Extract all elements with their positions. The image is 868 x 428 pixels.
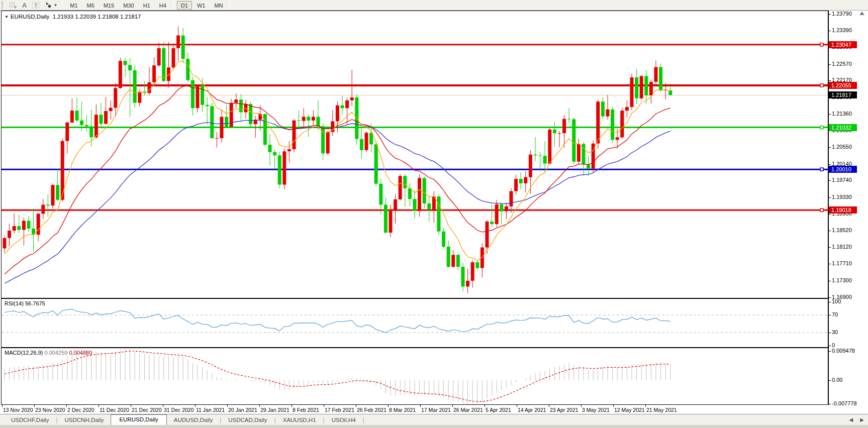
date-tick [292,405,292,407]
text-tool-icon[interactable]: T [29,1,42,10]
arrow-objects-tool-icon[interactable]: ▼ [42,1,60,10]
timeframe-mn-button[interactable]: MN [210,1,227,10]
date-tick [195,405,196,407]
timeframe-h1-button[interactable]: H1 [139,1,154,10]
chart-symbol: EURUSD,Daily [11,14,49,20]
timeframe-w1-button[interactable]: W1 [193,1,210,10]
date-label: 20 Jan 2021 [228,407,257,413]
toolbar-separator [230,1,230,9]
timeframe-m30-button[interactable]: M30 [119,1,138,10]
price-scale-axis[interactable]: 1.237901.233901.229801.225701.221701.217… [828,11,868,405]
tab-xauusd-h1[interactable]: XAUUSD,H1 [276,415,323,425]
axis-tick [829,302,831,302]
price-level-badge: 1.21032 [829,124,857,131]
date-tick [131,405,131,407]
tabs-scroll-right-arrow[interactable]: ▶ [860,417,864,422]
axis-tick [829,147,831,148]
macd-histogram [5,349,670,404]
axis-tick [829,380,831,381]
date-tick [452,405,453,407]
rsi-tick-label: 30 [832,329,838,335]
text-label-tool-icon[interactable]: A [20,1,29,10]
timeframe-m15-button[interactable]: M15 [100,1,118,10]
date-tick [163,405,163,407]
macd-signal-line [5,351,670,401]
candles-layer [3,27,672,293]
date-label: 21 May 2021 [646,407,677,413]
timeframe-m5-button[interactable]: M5 [83,1,99,10]
date-tick [517,405,517,407]
status-strip [0,425,868,428]
date-tick [2,405,3,407]
toolbar-separator [173,1,174,9]
price-level-badge: 1.22055 [829,82,857,89]
date-tick [227,405,228,407]
date-label: 11 Jan 2021 [196,407,225,413]
price-chart-panel[interactable]: ▼EURUSD,Daily 1.21933 1.22039 1.21808 1.… [1,11,828,298]
date-label: 29 Jan 2021 [260,407,290,413]
timeframe-m1-button[interactable]: M1 [66,1,81,10]
date-label: 21 Dec 2020 [132,407,162,413]
dropdown-caret-icon[interactable]: ▼ [53,3,57,8]
date-tick [613,405,614,407]
moving-average-line [5,61,670,261]
price-tick-label: 1.19330 [832,194,852,200]
chart-ohlc-values: 1.21933 1.22039 1.21808 1.21817 [53,14,141,20]
macd-tick-label: -0.007778 [832,400,857,406]
axis-tick [829,404,831,404]
tab-usdchf-daily[interactable]: USDCHF,Daily [4,415,56,425]
axis-tick [829,333,831,333]
hline-handle [820,84,823,87]
current-price-badge: 1.21817 [829,91,857,98]
axis-tick [829,80,831,81]
tab-eurusd-daily[interactable]: EURUSD,Daily [111,414,166,425]
axis-tick [829,14,831,15]
axis-tick [829,297,831,298]
date-tick [259,405,260,407]
date-label: 2 Dec 2020 [67,407,94,413]
timeframe-d1-button[interactable]: D1 [177,1,192,10]
tab-usdcad-daily[interactable]: USDCAD,Daily [221,415,274,425]
rsi-tick-label: 70 [832,311,838,317]
date-tick [420,405,421,407]
axis-tick [829,247,831,248]
price-level-badge: 1.23047 [829,41,857,48]
price-tick-label: 1.23790 [832,11,852,17]
date-tick [356,405,356,407]
tab-usdcnh-daily[interactable]: USDCNH,Daily [58,415,111,425]
timeframe-h4-button[interactable]: H4 [155,1,170,10]
tabs-scroll-left-arrow[interactable]: ◀ [849,417,853,422]
price-level-badge: 1.19018 [829,206,857,213]
tab-audusd-daily[interactable]: AUDUSD,Daily [167,415,220,425]
axis-tick [829,346,831,346]
time-scale-axis[interactable]: 13 Nov 202023 Nov 20202 Dec 202011 Dec 2… [1,405,828,414]
fibonacci-grid-tool-icon[interactable]: F [7,1,20,10]
macd-label: MACD(12,26,9) 0.004259 0.004880 [5,350,92,356]
candlestick-chart[interactable] [2,11,828,298]
date-label: 23 Apr 2021 [550,407,578,413]
macd-tick-label: 0.009478 [832,348,855,354]
moving-average-line [5,120,670,283]
tab-usoil-h4[interactable]: USOil,H4 [325,415,363,425]
rsi-value: 56.7675 [25,300,45,306]
toolbar: F A T ▼ M1 M5 M15 M30 H1 H4 D1 W1 MN [0,0,868,11]
hline-handle [820,43,823,46]
chart-title: ▼EURUSD,Daily 1.21933 1.22039 1.21808 1.… [5,14,141,20]
date-tick [645,405,646,407]
rsi-indicator-panel[interactable]: RSI(14) 56.7675 [1,298,828,348]
macd-indicator-panel[interactable]: MACD(12,26,9) 0.004259 0.004880 [1,348,828,405]
axis-tick [829,31,831,31]
toolbar-grip[interactable] [2,1,5,9]
axis-tick [829,315,831,315]
date-label: 14 Apr 2021 [518,407,546,413]
rsi-line [5,309,670,333]
date-label: 11 Dec 2020 [100,407,129,413]
svg-text:T: T [34,2,38,8]
chart-shift-marker[interactable] [859,12,864,15]
date-label: 12 May 2021 [614,407,645,413]
collapse-triangle-icon[interactable]: ▼ [5,15,9,19]
date-tick [99,405,99,407]
rsi-label: RSI(14) 56.7675 [5,300,45,306]
price-tick-label: 1.22570 [832,61,852,67]
hline-handle [820,168,823,171]
